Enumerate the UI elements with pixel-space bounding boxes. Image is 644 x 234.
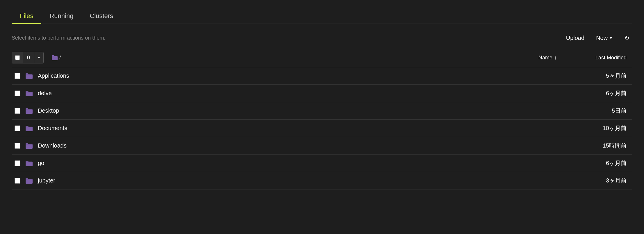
refresh-button[interactable]: ↻: [622, 33, 632, 43]
file-row-left: jupyter: [12, 177, 55, 184]
file-checkbox[interactable]: [15, 143, 20, 149]
folder-icon: [25, 90, 33, 97]
file-row[interactable]: Applications 5ヶ月前: [12, 67, 632, 85]
file-row[interactable]: jupyter 3ヶ月前: [12, 172, 632, 189]
new-button[interactable]: New ▼: [593, 33, 616, 43]
tab-clusters[interactable]: Clusters: [81, 9, 121, 24]
new-dropdown-caret: ▼: [609, 36, 613, 40]
file-row-left: Applications: [12, 72, 69, 79]
tab-bar: Files Running Clusters: [12, 9, 632, 24]
file-name: delve: [38, 90, 52, 97]
file-row-left: Downloads: [12, 142, 67, 149]
file-name: go: [38, 160, 44, 166]
file-modified: 15時間前: [580, 142, 632, 150]
folder-icon: [25, 142, 33, 149]
file-row[interactable]: Downloads 15時間前: [12, 137, 632, 155]
file-row[interactable]: delve 6ヶ月前: [12, 85, 632, 102]
file-modified: 6ヶ月前: [580, 89, 632, 97]
tab-files[interactable]: Files: [12, 9, 41, 24]
col-modified-header: Last Modified: [574, 55, 627, 61]
tab-running[interactable]: Running: [41, 9, 81, 24]
file-modified: 5ヶ月前: [580, 72, 632, 80]
folder-icon: [25, 107, 33, 114]
file-name: Downloads: [38, 142, 67, 149]
file-list: Applications 5ヶ月前 delve 6ヶ月前 Desktop: [12, 67, 632, 189]
select-all-checkbox[interactable]: [15, 55, 20, 60]
breadcrumb-folder-icon: [51, 55, 58, 61]
file-checkbox[interactable]: [15, 160, 20, 166]
toolbar-hint: Select items to perform actions on them.: [12, 35, 105, 41]
file-modified: 3ヶ月前: [580, 177, 632, 185]
toolbar: Select items to perform actions on them.…: [12, 30, 632, 46]
folder-icon: [25, 160, 33, 167]
file-name: jupyter: [38, 177, 55, 184]
breadcrumb-path-text: /: [59, 55, 61, 61]
folder-icon: [25, 177, 33, 184]
file-name: Documents: [38, 125, 67, 132]
file-name: Desktop: [38, 107, 59, 114]
file-modified: 5日前: [580, 107, 632, 115]
file-checkbox[interactable]: [15, 108, 20, 114]
file-checkbox[interactable]: [15, 178, 20, 184]
file-checkbox[interactable]: [15, 125, 20, 131]
file-checkbox[interactable]: [15, 73, 20, 79]
select-all-checkbox-cell[interactable]: [12, 52, 23, 63]
file-row-left: Desktop: [12, 107, 59, 114]
upload-button[interactable]: Upload: [563, 33, 587, 43]
col-name-header[interactable]: Name ↓: [538, 55, 557, 61]
breadcrumb-left: 0 ▾ /: [12, 52, 61, 63]
file-name: Applications: [38, 72, 69, 79]
breadcrumb-path: /: [51, 55, 61, 61]
file-row-left: go: [12, 160, 44, 167]
file-modified: 6ヶ月前: [580, 159, 632, 167]
column-headers: Name ↓ Last Modified: [538, 55, 632, 61]
file-row-left: Documents: [12, 125, 67, 132]
select-all-wrapper: 0 ▾: [12, 52, 44, 63]
breadcrumb-row: 0 ▾ / Name ↓ Last Modified: [12, 52, 632, 67]
file-row-left: delve: [12, 90, 52, 97]
sort-icon: ↓: [554, 55, 557, 61]
file-modified: 10ヶ月前: [580, 124, 632, 132]
select-count: 0: [23, 52, 34, 63]
file-row[interactable]: Documents 10ヶ月前: [12, 120, 632, 137]
folder-icon: [25, 72, 33, 79]
file-row[interactable]: Desktop 5日前: [12, 102, 632, 120]
file-row[interactable]: go 6ヶ月前: [12, 155, 632, 172]
select-dropdown[interactable]: ▾: [34, 52, 43, 63]
toolbar-actions: Upload New ▼ ↻: [563, 33, 632, 43]
folder-icon: [25, 125, 33, 132]
file-checkbox[interactable]: [15, 91, 20, 96]
